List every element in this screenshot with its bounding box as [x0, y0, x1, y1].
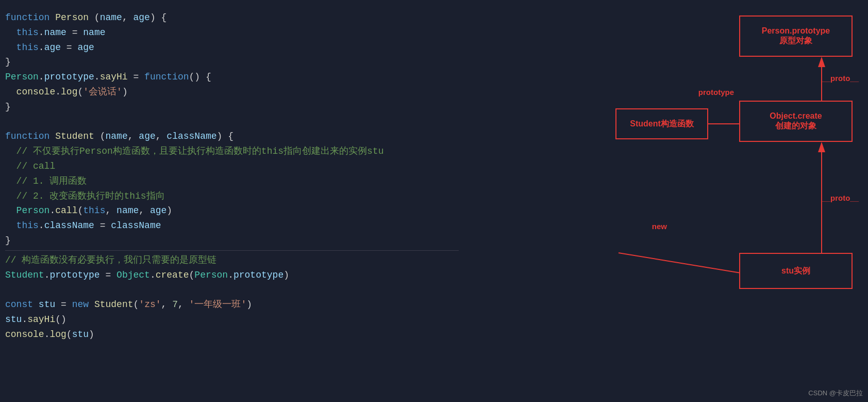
code-line-3: this.age = age: [5, 40, 459, 55]
watermark: CSDN @卡皮巴拉: [808, 389, 863, 398]
code-line-13: // 2. 改变函数执行时的this指向: [5, 189, 459, 204]
code-line-5: Person.prototype.sayHi = function() {: [5, 70, 459, 85]
label-prototype: prototype: [698, 88, 734, 97]
code-line-1: function Person (name, age) {: [5, 10, 459, 25]
code-line-15: this.className = className: [5, 218, 459, 233]
code-line-10: // 不仅要执行Person构造函数，且要让执行构造函数时的this指向创建出来…: [5, 144, 459, 159]
code-line-2: this.name = name: [5, 25, 459, 40]
code-line-20: const stu = new Student('zs', 7, '一年级一班'…: [5, 297, 459, 312]
code-line-11: // call: [5, 159, 459, 174]
diagram-section: Person.prototype 原型对象 Object.create 创建的对…: [464, 0, 868, 402]
separator: [5, 250, 459, 251]
diagram-arrows: [464, 0, 868, 402]
code-line-21: stu.sayHi(): [5, 312, 459, 327]
code-line-4: }: [5, 55, 459, 70]
code-line-9: function Student (name, age, className) …: [5, 129, 459, 144]
code-line-16: }: [5, 233, 459, 248]
label-proto-top: __proto__: [822, 74, 859, 83]
code-line-18: Student.prototype = Object.create(Person…: [5, 268, 459, 283]
code-line-17: // 构造函数没有必要执行，我们只需要的是原型链: [5, 253, 459, 268]
code-line-empty1: [5, 115, 459, 130]
code-section: function Person (name, age) { this.name …: [0, 0, 464, 402]
code-line-14: Person.call(this, name, age): [5, 203, 459, 218]
label-new: new: [652, 222, 667, 231]
code-line-7: }: [5, 100, 459, 115]
box-object-create: Object.create 创建的对象: [739, 101, 853, 142]
main-container: function Person (name, age) { this.name …: [0, 0, 868, 402]
code-line-22: console.log(stu): [5, 327, 459, 342]
box-student-ctor: Student构造函数: [615, 108, 708, 139]
code-line-empty2: [5, 282, 459, 297]
label-proto-bottom: __proto__: [822, 194, 859, 202]
code-line-6: console.log('会说话'): [5, 85, 459, 100]
code-line-12: // 1. 调用函数: [5, 174, 459, 189]
box-person-proto: Person.prototype 原型对象: [739, 15, 853, 57]
box-stu-instance: stu实例: [739, 253, 853, 289]
